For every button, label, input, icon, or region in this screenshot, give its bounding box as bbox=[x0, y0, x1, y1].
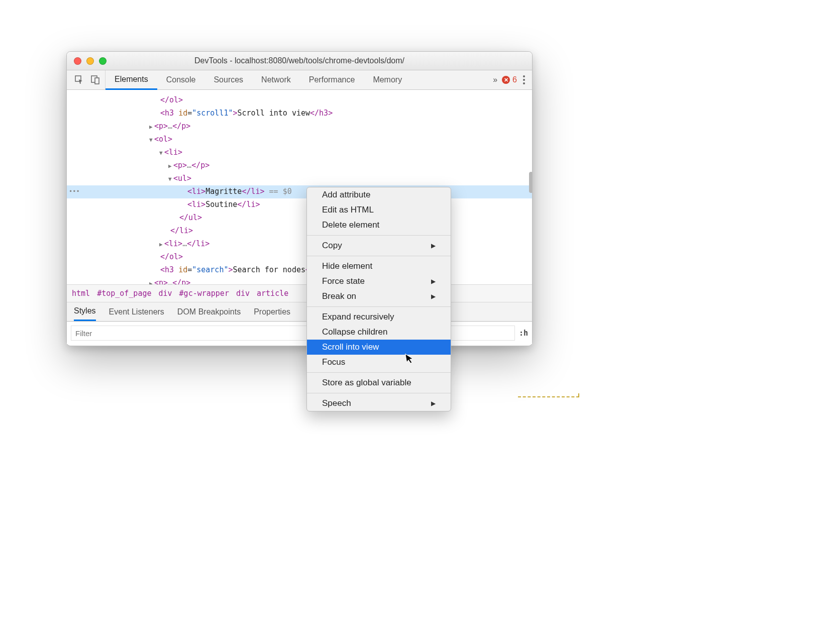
dom-row[interactable]: ▶ <p>…</p> bbox=[67, 120, 532, 133]
subtab-properties[interactable]: Properties bbox=[254, 307, 290, 316]
tab-sources[interactable]: Sources bbox=[204, 70, 252, 89]
dom-row[interactable]: ▶ <p>…</p> bbox=[67, 159, 532, 172]
expand-arrow-down-icon[interactable]: ▼ bbox=[149, 134, 154, 146]
expand-arrow-right-icon[interactable]: ▶ bbox=[168, 160, 173, 172]
breadcrumb-item[interactable]: div bbox=[236, 289, 250, 298]
dom-row[interactable]: ▼ <li> bbox=[67, 146, 532, 159]
ctx-separator bbox=[307, 393, 451, 393]
tabs-overflow-icon[interactable]: » bbox=[493, 75, 496, 84]
context-menu: Add attributeEdit as HTMLDelete elementC… bbox=[306, 187, 451, 411]
error-icon: ✕ bbox=[502, 76, 510, 84]
dom-row[interactable]: <h3 id="search">Search for nodes</h3> bbox=[67, 264, 532, 277]
ctx-separator bbox=[307, 372, 451, 373]
breadcrumb-item[interactable]: #top_of_page bbox=[97, 289, 151, 298]
minimize-window-button[interactable] bbox=[86, 57, 94, 65]
ctx-collapse-children[interactable]: Collapse children bbox=[307, 325, 451, 340]
ctx-scroll-into-view[interactable]: Scroll into view bbox=[307, 340, 451, 355]
scrollbar-thumb[interactable] bbox=[529, 172, 532, 193]
submenu-arrow-icon: ▶ bbox=[431, 278, 436, 285]
dom-row[interactable]: ▼ <ol> bbox=[67, 133, 532, 146]
styles-filterbar: :h bbox=[67, 322, 532, 344]
ctx-separator bbox=[307, 256, 451, 256]
submenu-arrow-icon: ▶ bbox=[431, 242, 436, 249]
dom-row[interactable]: ▶ <li>…</li> bbox=[67, 238, 532, 251]
ctx-add-attribute[interactable]: Add attribute bbox=[307, 187, 451, 202]
ctx-copy[interactable]: Copy▶ bbox=[307, 238, 451, 253]
dom-row[interactable]: </ol> bbox=[67, 94, 532, 107]
tab-console[interactable]: Console bbox=[157, 70, 205, 89]
ctx-separator bbox=[307, 306, 451, 307]
dom-row[interactable]: </li> bbox=[67, 225, 532, 238]
subtab-styles[interactable]: Styles bbox=[74, 302, 96, 321]
ctx-hide-element[interactable]: Hide element bbox=[307, 259, 451, 274]
error-count-value: 6 bbox=[512, 75, 517, 84]
settings-menu-icon[interactable] bbox=[523, 75, 525, 84]
ctx-edit-as-html[interactable]: Edit as HTML bbox=[307, 202, 451, 218]
dom-row[interactable]: ▶ <li>…</li> bbox=[67, 90, 532, 94]
expand-arrow-down-icon[interactable]: ▼ bbox=[168, 173, 173, 185]
ctx-speech[interactable]: Speech▶ bbox=[307, 396, 451, 411]
breadcrumb-item[interactable]: html bbox=[72, 289, 90, 298]
breadcrumb-item[interactable]: #gc-wrapper bbox=[179, 289, 229, 298]
titlebar: DevTools - localhost:8080/web/tools/chro… bbox=[67, 52, 532, 70]
devtools-window: DevTools - localhost:8080/web/tools/chro… bbox=[66, 51, 533, 346]
dom-row[interactable]: </ol> bbox=[67, 251, 532, 264]
dom-row[interactable]: <li>Magritte</li> == $0 bbox=[67, 185, 532, 198]
ctx-force-state[interactable]: Force state▶ bbox=[307, 274, 451, 289]
submenu-arrow-icon: ▶ bbox=[431, 400, 436, 407]
ctx-expand-recursively[interactable]: Expand recursively bbox=[307, 309, 451, 325]
styles-tabbar: StylesEvent ListenersDOM BreakpointsProp… bbox=[67, 302, 532, 322]
svg-rect-2 bbox=[95, 78, 99, 84]
ctx-separator bbox=[307, 235, 451, 236]
elements-tree[interactable]: ▶ <li>…</li> </ol> <h3 id="scroll1">Scro… bbox=[67, 90, 532, 284]
breadcrumb: html#top_of_pagediv#gc-wrapperdivarticle bbox=[67, 284, 532, 302]
main-toolbar: ElementsConsoleSourcesNetworkPerformance… bbox=[67, 70, 532, 90]
dom-row[interactable]: ▶ <p>…</p> bbox=[67, 277, 532, 284]
breadcrumb-item[interactable]: div bbox=[159, 289, 172, 298]
zoom-window-button[interactable] bbox=[99, 57, 107, 65]
tab-performance[interactable]: Performance bbox=[300, 70, 364, 89]
window-controls bbox=[67, 57, 107, 65]
panel-tabs: ElementsConsoleSourcesNetworkPerformance… bbox=[106, 70, 411, 89]
error-count-badge[interactable]: ✕ 6 bbox=[502, 75, 517, 84]
ctx-break-on[interactable]: Break on▶ bbox=[307, 289, 451, 304]
expand-arrow-right-icon[interactable]: ▶ bbox=[159, 239, 164, 251]
dom-row[interactable]: <li>Soutine</li> bbox=[67, 198, 532, 212]
submenu-arrow-icon: ▶ bbox=[431, 293, 436, 300]
dom-row[interactable]: <h3 id="scroll1">Scroll into view</h3> bbox=[67, 107, 532, 120]
breadcrumb-item[interactable]: article bbox=[257, 289, 288, 298]
dom-row[interactable]: ▼ <ul> bbox=[67, 172, 532, 185]
expand-arrow-down-icon[interactable]: ▼ bbox=[159, 147, 164, 159]
subtab-dom-breakpoints[interactable]: DOM Breakpoints bbox=[177, 307, 241, 316]
row-actions-icon[interactable]: ••• bbox=[69, 185, 80, 197]
dom-row[interactable]: </ul> bbox=[67, 212, 532, 225]
device-toolbar-icon[interactable] bbox=[90, 74, 101, 85]
ctx-delete-element[interactable]: Delete element bbox=[307, 218, 451, 233]
inspect-element-icon[interactable] bbox=[74, 74, 85, 85]
tab-elements[interactable]: Elements bbox=[106, 70, 157, 90]
ctx-store-as-global-variable[interactable]: Store as global variable bbox=[307, 375, 451, 390]
subtab-event-listeners[interactable]: Event Listeners bbox=[109, 307, 164, 316]
close-window-button[interactable] bbox=[74, 57, 81, 65]
ctx-focus[interactable]: Focus bbox=[307, 355, 451, 370]
window-title: DevTools - localhost:8080/web/tools/chro… bbox=[67, 56, 532, 65]
expand-arrow-right-icon[interactable]: ▶ bbox=[149, 278, 154, 284]
expand-arrow-right-icon[interactable]: ▶ bbox=[149, 121, 154, 133]
tab-memory[interactable]: Memory bbox=[364, 70, 411, 89]
styles-selection-outline bbox=[518, 393, 579, 397]
tab-network[interactable]: Network bbox=[252, 70, 300, 89]
expand-arrow-right-icon[interactable]: ▶ bbox=[159, 90, 164, 94]
hov-toggle[interactable]: :h bbox=[519, 329, 528, 338]
